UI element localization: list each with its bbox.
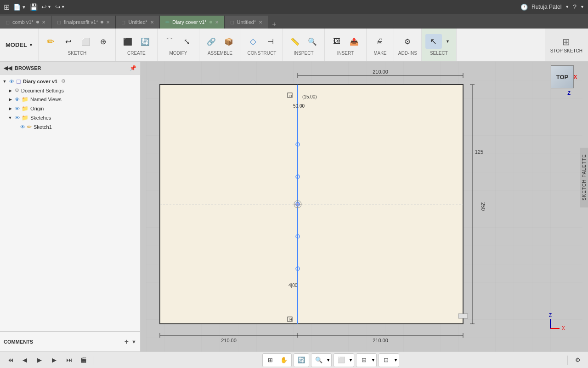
stop-sketch-button[interactable]: ⊞ STOP SKETCH [545, 29, 588, 61]
tree-sketches-vis-icon[interactable]: 👁 [15, 115, 20, 121]
tab-comb-close[interactable]: ✕ [42, 20, 45, 25]
tree-doc-settings[interactable]: ▶ ⚙ Document Settings [0, 86, 140, 95]
joint-btn[interactable]: 🔗 [203, 34, 220, 49]
assemble-group[interactable]: 🔗 📦 ASSEMBLE [199, 29, 241, 61]
tree-docsettings-arrow[interactable]: ▶ [7, 88, 13, 93]
construct-group[interactable]: ◇ ⊣ CONSTRUCT [241, 29, 283, 61]
fillet-btn[interactable]: ⌒ [161, 34, 178, 49]
zoom-dropdown-arrow[interactable]: ▼ [326, 358, 330, 362]
select-group[interactable]: ↖ ▼ SELECT [422, 29, 457, 61]
tree-sketch1-vis-icon[interactable]: 👁 [20, 124, 25, 130]
svg-text:H: H [289, 94, 292, 98]
extrude-btn[interactable]: ⬛ [119, 34, 136, 49]
import-btn[interactable]: 📥 [346, 34, 362, 49]
comments-add-icon[interactable]: + [124, 338, 129, 346]
zoom-btn[interactable]: 🔍 [312, 355, 325, 366]
record-btn[interactable]: 🎬 [77, 355, 90, 366]
last-frame-btn[interactable]: ⏭ [62, 355, 75, 366]
component-btn[interactable]: 📦 [220, 34, 237, 49]
view-cube-top-face[interactable]: TOP X [551, 65, 574, 88]
undo-btn[interactable]: ↩ [60, 34, 77, 49]
insert-group[interactable]: 🖼 📥 INSERT [325, 29, 367, 61]
scale-icon: ⤡ [181, 36, 192, 47]
grid-toggle-btn[interactable]: ⊞ [357, 355, 370, 366]
select-btn[interactable]: ↖ [425, 34, 442, 49]
help-icon[interactable]: ? [573, 3, 577, 11]
canvas-area[interactable]: 210.00 250 125 (15.00) 50.00 210.00 210.… [141, 62, 588, 351]
axis-btn[interactable]: ⊣ [262, 34, 279, 49]
insert-btn[interactable]: 🖼 [328, 34, 345, 49]
tab-finalpress-close[interactable]: ✕ [106, 20, 110, 25]
scale-btn[interactable]: ⤡ [179, 34, 195, 49]
tab-untitled1-close[interactable]: ✕ [150, 20, 154, 25]
tree-named-views[interactable]: ▶ 👁 📁 Named Views [0, 95, 140, 104]
prev-frame-btn[interactable]: ◀ [18, 355, 31, 366]
sketch-btn[interactable]: ✏ [43, 34, 59, 49]
collapse-arrow[interactable]: ◀◀ [4, 65, 12, 71]
select-dropdown-btn[interactable]: ▼ [443, 34, 452, 49]
tree-sketches-arrow[interactable]: ▼ [7, 115, 13, 121]
tree-origin-arrow[interactable]: ▶ [7, 106, 13, 111]
fit-group: ⊞ ✋ [262, 353, 292, 367]
plane-icon: ◇ [248, 36, 259, 47]
fillet-icon: ⌒ [164, 36, 175, 47]
save-icon[interactable]: 💾 [30, 3, 38, 11]
tree-root-arrow[interactable]: ▼ [2, 79, 7, 84]
make-group[interactable]: 🖨 MAKE [367, 29, 394, 61]
tree-sketch1[interactable]: ▶ 👁 ✏ Sketch1 [0, 122, 140, 132]
revolve-btn[interactable]: 🔄 [137, 34, 153, 49]
tree-root-vis-icon[interactable]: 👁 [9, 79, 14, 84]
tree-namedviews-arrow[interactable]: ▶ [7, 97, 13, 102]
modify-group[interactable]: ⌒ ⤡ MODIFY [158, 29, 199, 61]
tab-comb-label: comb v1* [12, 19, 34, 25]
snap-dropdown-arrow[interactable]: ▼ [394, 358, 398, 362]
playback-settings-btn[interactable]: ⚙ [571, 355, 584, 366]
tab-untitled2[interactable]: ◻ Untitled* ✕ [225, 16, 269, 29]
tab-untitled2-close[interactable]: ✕ [259, 20, 262, 25]
tree-root[interactable]: ▼ 👁 ◻ Diary cover v1 ⚙ [0, 76, 140, 86]
tree-root-settings-icon[interactable]: ⚙ [61, 78, 66, 84]
tree-namedviews-vis-icon[interactable]: 👁 [15, 97, 20, 102]
tab-diarycover[interactable]: ✏ Diary cover v1* ✕ [160, 16, 225, 29]
display-dropdown-arrow[interactable]: ▼ [349, 358, 353, 362]
plane-btn[interactable]: ◇ [245, 34, 261, 49]
undo-icon[interactable]: ↩ ▼ [41, 3, 51, 11]
tree-sketches[interactable]: ▼ 👁 📁 Sketches [0, 113, 140, 122]
addins-btn[interactable]: ⚙ [399, 34, 416, 49]
next-frame-btn[interactable]: ▶ [48, 355, 61, 366]
grid-icon[interactable]: ⊞ [4, 3, 10, 12]
construct-point-btn[interactable]: ⊕ [95, 34, 112, 49]
section-btn[interactable]: 🔍 [304, 34, 321, 49]
tab-untitled1[interactable]: ◻ Untitled* ✕ [116, 16, 160, 29]
tab-diarycover-close[interactable]: ✕ [215, 20, 219, 25]
snap-btn[interactable]: ⊡ [380, 355, 393, 366]
sketch-palette-panel[interactable]: SKETCH PALETTE [580, 148, 588, 207]
sketch-group[interactable]: ✏ ↩ ⬜ ⊕ SKETCH [39, 29, 116, 61]
play-btn[interactable]: ▶ [33, 355, 46, 366]
tree-origin-vis-icon[interactable]: 👁 [15, 106, 20, 111]
inspect-group[interactable]: 📏 🔍 INSPECT [283, 29, 325, 61]
comments-collapse-icon[interactable]: ▼ [131, 339, 136, 345]
redo-icon[interactable]: ↪ ▼ [55, 3, 65, 11]
tree-docsettings-label: Document Settings [21, 88, 64, 93]
tab-add-button[interactable]: + [268, 20, 280, 29]
geometry-btn[interactable]: ⬜ [78, 34, 94, 49]
make-btn[interactable]: 🖨 [372, 34, 388, 49]
create-group[interactable]: ⬛ 🔄 CREATE [116, 29, 158, 61]
first-frame-btn[interactable]: ⏮ [4, 355, 17, 366]
user-name[interactable]: Rutuja Patel [531, 4, 561, 10]
file-menu[interactable]: 📄 ▼ [13, 4, 26, 11]
fit-btn[interactable]: ⊞ [264, 355, 277, 366]
model-dropdown[interactable]: MODEL ▼ [0, 29, 39, 61]
display-btn[interactable]: ⬜ [335, 355, 348, 366]
tab-finalpress[interactable]: ◻ finalpressfit v1* ✕ [51, 16, 116, 29]
grid-dropdown-arrow[interactable]: ▼ [371, 358, 375, 362]
tree-origin[interactable]: ▶ 👁 📁 Origin [0, 104, 140, 113]
tab-comb[interactable]: ◻ comb v1* ✕ [0, 16, 51, 29]
view-cube[interactable]: TOP X Z [548, 65, 576, 102]
orbit-btn[interactable]: 🔄 [295, 355, 308, 366]
browser-pin-icon[interactable]: 📌 [130, 65, 136, 71]
pan-btn[interactable]: ✋ [277, 355, 290, 366]
measure-btn[interactable]: 📏 [287, 34, 303, 49]
addins-group[interactable]: ⚙ ADD-INS [394, 29, 422, 61]
